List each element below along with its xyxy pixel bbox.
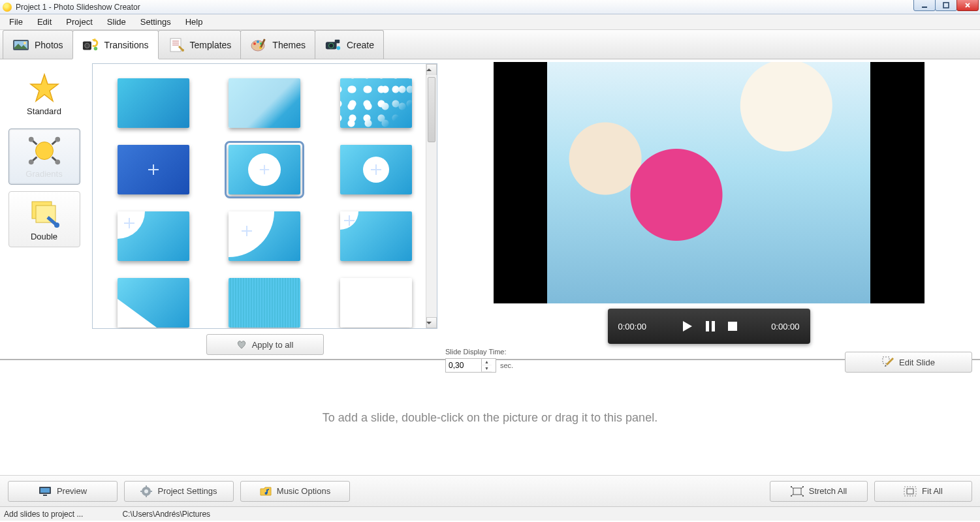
category-gradients[interactable]: Gradients [8, 129, 80, 185]
toolbar-tabs: Photos Transitions Templates Themes Crea… [0, 30, 980, 59]
menu-file[interactable]: File [3, 16, 29, 28]
transition-thumb[interactable] [118, 78, 189, 128]
svg-point-15 [253, 42, 256, 45]
menu-slide[interactable]: Slide [101, 16, 133, 28]
button-label: Apply to all [252, 340, 294, 350]
fit-icon [904, 486, 917, 497]
svg-rect-42 [43, 495, 47, 496]
transition-thumb[interactable] [229, 211, 300, 261]
transition-thumb[interactable] [340, 211, 412, 261]
statusbar: Add slides to project ... C:\Users\André… [0, 506, 980, 521]
svg-rect-38 [728, 322, 737, 331]
svg-rect-46 [146, 495, 147, 497]
timeline-hint: To add a slide, double-click on the pict… [323, 411, 657, 425]
svg-point-29 [28, 136, 33, 142]
minimize-button[interactable] [913, 0, 936, 11]
heart-icon [236, 339, 247, 350]
gradients-icon [27, 135, 62, 166]
slide-time-spinner[interactable]: ▲ ▼ [445, 358, 496, 373]
svg-rect-36 [706, 321, 709, 331]
player-frame: 0:00:00 0:00:00 [444, 62, 973, 344]
move-icon [148, 164, 159, 175]
below-preview-row: Slide Display Time: ▲ ▼ sec. Edit Slide [444, 344, 973, 375]
gear-icon [140, 485, 152, 497]
gallery-scrollbar[interactable] [426, 64, 437, 328]
slide-time-input[interactable] [446, 361, 481, 370]
gallery-wrap: Apply to all [88, 59, 437, 359]
preview-viewport [494, 62, 925, 303]
tab-templates[interactable]: Templates [158, 30, 242, 59]
transition-thumb[interactable] [118, 278, 189, 328]
time-elapsed: 0:00:00 [618, 322, 646, 331]
svg-point-24 [35, 142, 53, 159]
svg-point-31 [28, 159, 33, 164]
tab-create[interactable]: Create [315, 30, 384, 59]
transitions-grid [98, 72, 432, 329]
menu-help[interactable]: Help [179, 16, 210, 28]
create-icon [324, 37, 341, 54]
spinner-up[interactable]: ▲ [481, 359, 492, 365]
svg-point-16 [257, 40, 259, 43]
svg-rect-1 [943, 3, 949, 8]
preview-image [547, 62, 870, 303]
pause-button[interactable] [705, 320, 716, 333]
scroll-down-button[interactable] [426, 317, 437, 328]
slide-display-label: Slide Display Time: [445, 348, 513, 356]
timeline-panel[interactable]: To add a slide, double-click on the pict… [0, 359, 980, 475]
transition-thumb[interactable] [340, 278, 412, 328]
svg-rect-50 [793, 488, 801, 495]
svg-point-21 [328, 43, 333, 48]
edit-icon [882, 356, 894, 368]
scroll-up-button[interactable] [426, 64, 437, 75]
svg-rect-56 [907, 489, 913, 494]
play-button[interactable] [680, 320, 693, 333]
category-standard[interactable]: Standard [8, 66, 80, 122]
transitions-icon [82, 37, 99, 54]
preview-column: 0:00:00 0:00:00 Slide Display Time: ▲ [437, 59, 980, 359]
transition-thumb[interactable] [229, 278, 300, 328]
transition-thumb[interactable] [229, 78, 300, 128]
menubar: File Edit Project Slide Settings Help [0, 14, 980, 30]
tab-photos[interactable]: Photos [3, 30, 73, 59]
project-settings-button[interactable]: Project Settings [124, 481, 234, 502]
svg-rect-45 [146, 485, 147, 487]
svg-point-30 [55, 136, 60, 142]
transition-thumb[interactable] [340, 145, 412, 194]
slide-display-time: Slide Display Time: ▲ ▼ sec. [445, 348, 513, 373]
preview-button[interactable]: Preview [8, 481, 118, 502]
fit-all-button[interactable]: Fit All [874, 481, 972, 502]
spinner-down[interactable]: ▼ [481, 365, 492, 372]
svg-rect-47 [140, 491, 142, 492]
maximize-button[interactable] [935, 0, 957, 11]
tab-label: Templates [190, 40, 232, 50]
transition-thumb[interactable] [340, 78, 412, 128]
stretch-all-button[interactable]: Stretch All [770, 481, 868, 502]
time-total: 0:00:00 [771, 322, 799, 331]
menu-project[interactable]: Project [59, 16, 99, 28]
category-double[interactable]: Double [8, 191, 80, 247]
tab-transitions[interactable]: Transitions [72, 30, 159, 59]
edit-slide-button[interactable]: Edit Slide [845, 352, 972, 373]
transitions-gallery [92, 63, 437, 329]
star-icon [27, 72, 62, 104]
menu-settings[interactable]: Settings [134, 16, 178, 28]
svg-rect-0 [922, 7, 927, 8]
button-label: Music Options [277, 486, 330, 496]
category-column: Standard Gradients Double [0, 59, 88, 359]
templates-icon [168, 37, 185, 54]
stop-button[interactable] [727, 320, 738, 333]
menu-edit[interactable]: Edit [31, 16, 58, 28]
transition-thumb[interactable] [118, 211, 189, 261]
transition-thumb-selected[interactable] [229, 145, 300, 194]
themes-icon [250, 37, 267, 54]
close-button[interactable] [956, 0, 979, 11]
scroll-thumb[interactable] [428, 77, 435, 142]
button-label: Fit All [922, 486, 943, 496]
monitor-icon [39, 486, 52, 497]
svg-point-4 [24, 42, 26, 44]
svg-point-35 [54, 223, 59, 228]
apply-to-all-button[interactable]: Apply to all [206, 334, 324, 355]
transition-thumb[interactable] [118, 145, 189, 194]
tab-themes[interactable]: Themes [240, 30, 315, 59]
music-options-button[interactable]: Music Options [240, 481, 350, 502]
